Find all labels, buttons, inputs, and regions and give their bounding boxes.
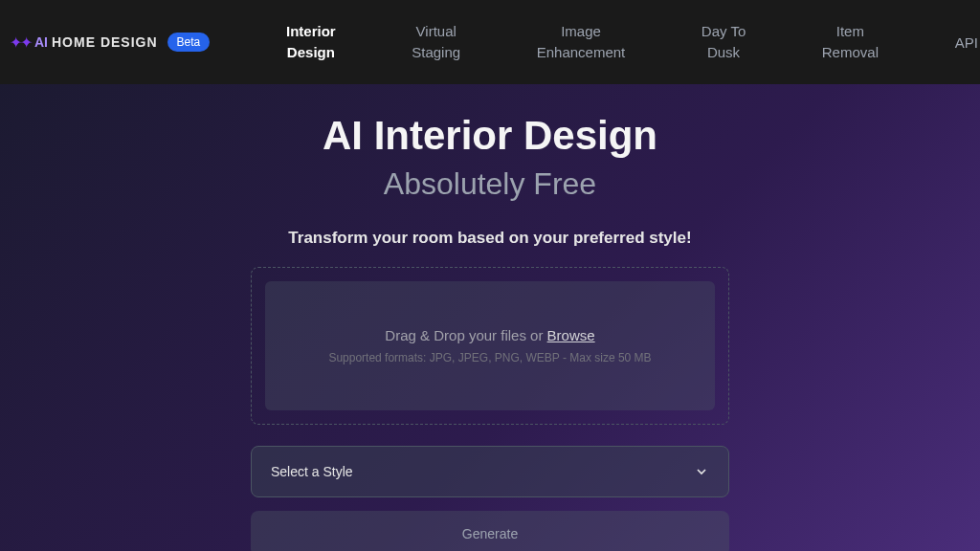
upload-dropzone[interactable]: Drag & Drop your files or Browse Support… — [265, 281, 715, 410]
page-title: AI Interior Design — [323, 113, 657, 159]
upload-container: Drag & Drop your files or Browse Support… — [251, 267, 729, 425]
beta-badge: Beta — [167, 33, 211, 52]
header: ✦✦ AI HOME DESIGN Beta InteriorDesign Vi… — [0, 0, 980, 84]
logo: ✦✦ AI HOME DESIGN — [10, 33, 158, 52]
main-nav: InteriorDesign VirtualStaging ImageEnhan… — [210, 21, 955, 64]
nav-item-removal[interactable]: ItemRemoval — [813, 21, 888, 64]
nav-interior-design[interactable]: InteriorDesign — [277, 21, 345, 64]
upload-text: Drag & Drop your files or Browse — [284, 327, 696, 343]
api-link[interactable]: API — [955, 34, 980, 51]
nav-virtual-staging[interactable]: VirtualStaging — [402, 21, 470, 64]
browse-link[interactable]: Browse — [547, 327, 595, 343]
select-placeholder: Select a Style — [271, 464, 353, 479]
generate-button[interactable]: Generate — [251, 511, 729, 551]
sparkle-icon: ✦✦ — [10, 33, 31, 52]
logo-ai-text: AI — [34, 34, 48, 50]
page-description: Transform your room based on your prefer… — [288, 229, 691, 248]
main-content: AI Interior Design Absolutely Free Trans… — [0, 84, 980, 551]
logo-section[interactable]: ✦✦ AI HOME DESIGN Beta — [10, 33, 210, 52]
nav-image-enhancement[interactable]: ImageEnhancement — [527, 21, 635, 64]
nav-day-to-dusk[interactable]: Day ToDusk — [692, 21, 755, 64]
chevron-down-icon — [694, 464, 709, 479]
page-subtitle: Absolutely Free — [384, 166, 596, 202]
upload-prefix: Drag & Drop your files or — [385, 327, 546, 343]
upload-hint: Supported formats: JPG, JPEG, PNG, WEBP … — [284, 351, 696, 364]
style-select[interactable]: Select a Style — [251, 446, 729, 497]
logo-main-text: HOME DESIGN — [52, 34, 158, 50]
